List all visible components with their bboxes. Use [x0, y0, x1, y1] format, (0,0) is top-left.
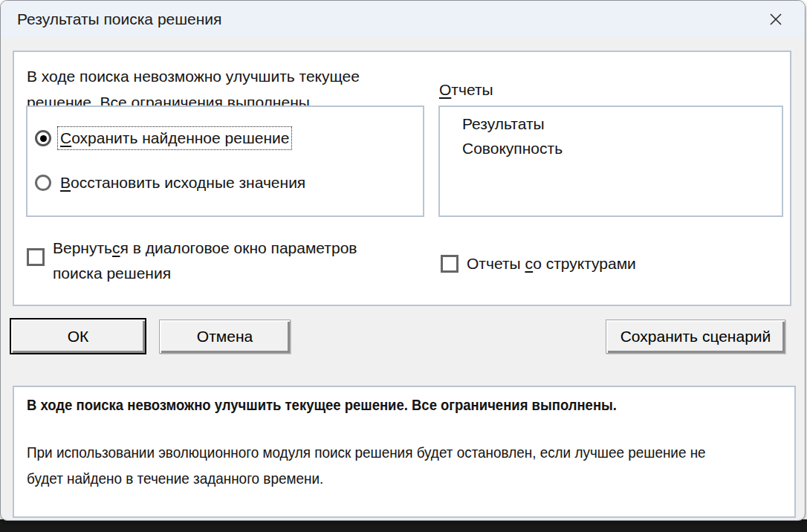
radio-keep-solution-label: Сохранить найденное решение	[60, 129, 289, 147]
radio-button-icon[interactable]	[35, 130, 51, 146]
screen-background-strip	[0, 519, 807, 532]
save-scenario-button[interactable]: Сохранить сценарий	[606, 319, 785, 354]
checkbox-icon[interactable]	[441, 255, 458, 273]
cancel-button[interactable]: Отмена	[159, 319, 291, 354]
checkbox-return-to-dialog[interactable]: Вернуться в диалоговое окно параметров п…	[27, 236, 357, 286]
window-title: Результаты поиска решения	[17, 10, 221, 28]
main-groupbox: В ходе поиска невозможно улучшить текуще…	[13, 51, 791, 306]
footer-body-text: При использовании эволюционного модуля п…	[27, 439, 789, 491]
radio-groupbox: Сохранить найденное решение Восстановить…	[26, 106, 424, 217]
radio-button-icon[interactable]	[35, 175, 51, 191]
reports-label: Отчеты	[439, 81, 493, 99]
checkbox-outline-reports[interactable]: Отчеты со структурами	[441, 251, 636, 276]
list-item-results[interactable]: Результаты	[462, 111, 782, 136]
footer-heading: В ходе поиска невозможно улучшить текуще…	[27, 396, 617, 414]
checkbox-outline-reports-label: Отчеты со структурами	[467, 251, 636, 276]
checkbox-icon[interactable]	[27, 248, 45, 266]
radio-keep-solution[interactable]: Сохранить найденное решение	[35, 125, 289, 152]
footer-description-panel: В ходе поиска невозможно улучшить текуще…	[13, 386, 796, 518]
checkbox-return-to-dialog-label: Вернуться в диалоговое окно параметров п…	[53, 236, 357, 286]
solver-results-dialog: Результаты поиска решения В ходе поиска …	[0, 0, 806, 521]
reports-listbox[interactable]: Результаты Совокупность	[438, 106, 783, 217]
radio-restore-values[interactable]: Восстановить исходные значения	[35, 169, 305, 196]
radio-restore-values-label: Восстановить исходные значения	[60, 174, 305, 192]
titlebar: Результаты поиска решения	[1, 1, 805, 38]
close-icon	[768, 12, 783, 29]
close-button[interactable]	[759, 7, 793, 33]
list-item-population[interactable]: Совокупность	[462, 136, 782, 160]
ok-button[interactable]: ОК	[10, 318, 146, 354]
